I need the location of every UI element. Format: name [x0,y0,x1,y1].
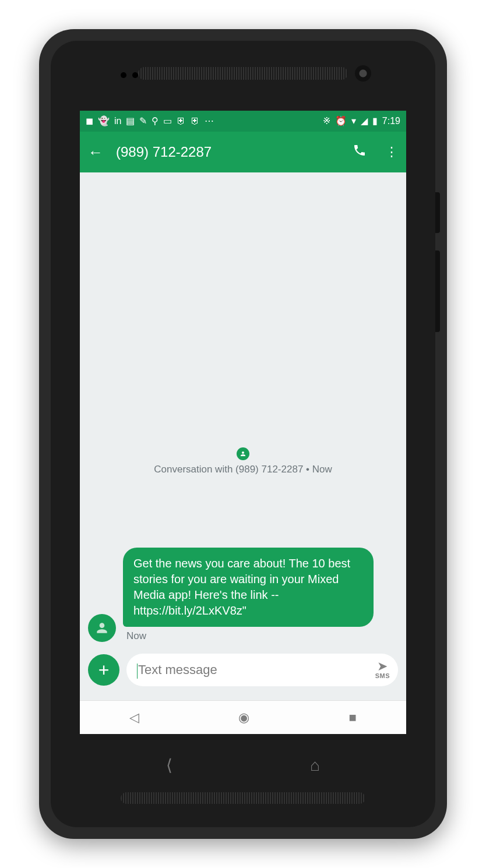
message-input[interactable]: Text message ➤ SMS [126,654,398,686]
battery-icon: ▮ [372,117,378,126]
snapchat-icon: 👻 [98,117,110,126]
cart-icon: ⛨ [177,117,186,126]
app-icon: ◼ [86,117,93,126]
chat-body[interactable]: Conversation with (989) 712-2287 • Now G… [80,172,406,700]
message-timestamp: Now [126,630,374,642]
cart-icon: ⛨ [191,117,200,126]
hw-home-icon: ⌂ [310,756,320,775]
speaker-grille-bottom [121,792,365,804]
alarm-icon: ⏰ [335,117,347,126]
volume-rocker-hw [435,250,440,332]
status-left-icons: ◼ 👻 in ▤ ✎ ⚲ ▭ ⛨ ⛨ ⋯ [86,117,214,126]
sender-avatar[interactable] [88,614,116,642]
call-icon[interactable] [353,143,367,161]
conversation-title[interactable]: (989) 712-2287 [116,144,340,160]
more-icon: ⋯ [205,117,214,126]
send-arrow-icon: ➤ [377,661,388,672]
attach-button[interactable]: + [88,654,119,686]
hardware-nav: ⟨ ⌂ [97,756,389,775]
contact-chip-icon [237,447,249,460]
bluetooth-icon: ※ [323,117,330,126]
back-arrow-icon[interactable]: ← [88,143,103,161]
front-camera [355,65,371,82]
phone-frame: ◼ 👻 in ▤ ✎ ⚲ ▭ ⛨ ⛨ ⋯ ※ ⏰ ▾ ◢ ▮ [39,29,447,839]
conversation-header: Conversation with (989) 712-2287 • Now [88,447,398,475]
home-softkey-icon[interactable]: ◉ [238,710,249,725]
power-button-hw [435,192,440,233]
composer: + Text message ➤ SMS [88,650,398,692]
sensor-dot [132,72,138,78]
conversation-header-text: Conversation with (989) 712-2287 • Now [88,464,398,475]
message-bubble[interactable]: Get the news you care about! The 10 best… [123,548,374,627]
location-icon: ⚲ [152,117,159,126]
status-bar: ◼ 👻 in ▤ ✎ ⚲ ▭ ⛨ ⛨ ⋯ ※ ⏰ ▾ ◢ ▮ [80,111,406,132]
app-bar: ← (989) 712-2287 ⋮ [80,132,406,172]
doc-icon: ▭ [163,117,172,126]
signal-icon: ◢ [361,117,368,126]
wifi-icon: ▾ [351,117,356,126]
input-placeholder: Text message [138,662,217,678]
clock-text: 7:19 [382,117,400,126]
speaker-grille-top [138,67,348,80]
hw-back-icon: ⟨ [166,756,172,775]
book-icon: ▤ [126,117,135,126]
overflow-menu-icon[interactable]: ⋮ [385,144,398,160]
send-label: SMS [375,672,390,679]
status-right-icons: ※ ⏰ ▾ ◢ ▮ 7:19 [323,117,400,126]
screen: ◼ 👻 in ▤ ✎ ⚲ ▭ ⛨ ⛨ ⋯ ※ ⏰ ▾ ◢ ▮ [80,111,406,734]
back-softkey-icon[interactable]: ◁ [129,710,139,725]
linkedin-icon: in [114,117,121,126]
feather-icon: ✎ [139,117,147,126]
message-row: Get the news you care about! The 10 best… [88,548,398,642]
send-button[interactable]: ➤ SMS [375,661,390,679]
android-nav-bar: ◁ ◉ ■ [80,700,406,734]
sensor-dot [121,72,126,78]
phone-bezel: ◼ 👻 in ▤ ✎ ⚲ ▭ ⛨ ⛨ ⋯ ※ ⏰ ▾ ◢ ▮ [51,41,435,827]
recents-softkey-icon[interactable]: ■ [349,710,357,725]
